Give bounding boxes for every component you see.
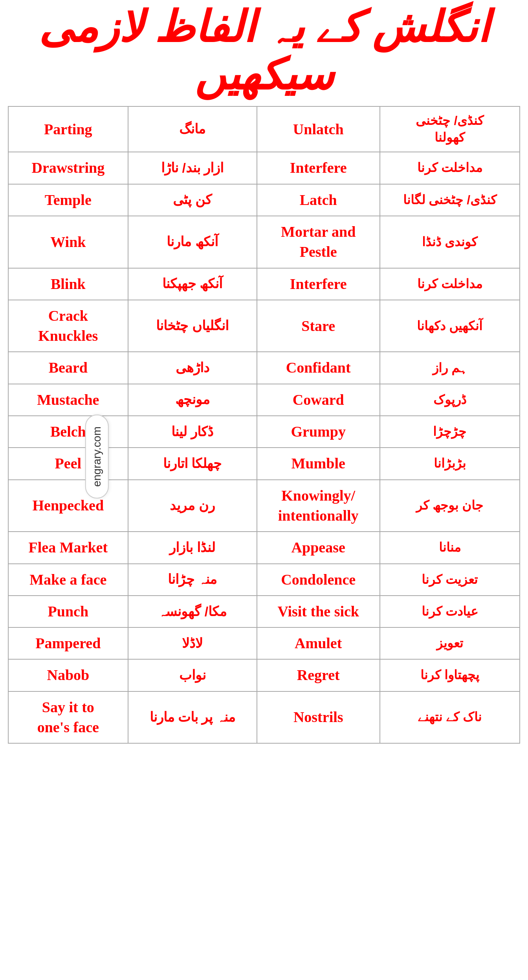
right-english: Mortar and Pestle: [257, 216, 380, 268]
left-english: Henpecked: [8, 480, 128, 532]
table-row: Templeکن پٹیLatchکنڈی/ چٹخنی لگانا: [8, 184, 520, 216]
right-english: Visit the sick: [257, 596, 380, 627]
left-urdu: داڑھی: [128, 352, 257, 384]
left-english: Say it to one's face: [8, 691, 128, 744]
table-row: Make a faceمنہ چڑاناCondolenceتعزیت کرنا: [8, 564, 520, 596]
table-row: Crack Knucklesانگلیاں چٹخاناStareآنکھیں …: [8, 300, 520, 352]
left-english: Beard: [8, 352, 128, 384]
table-row: Flea Marketلنڈا بازارAppeaseمنانا: [8, 532, 520, 563]
left-english: Crack Knuckles: [8, 300, 128, 352]
left-urdu: مونچھ: [128, 384, 257, 416]
left-urdu: انگلیاں چٹخانا: [128, 300, 257, 352]
left-urdu: لاڈلا: [128, 627, 257, 659]
left-urdu: مانگ: [128, 106, 257, 152]
right-english: Mumble: [257, 448, 380, 479]
left-english: Make a face: [8, 564, 128, 596]
right-urdu: تعویز: [380, 627, 520, 659]
left-english: Peel: [8, 448, 128, 479]
left-english: Belch: [8, 416, 128, 448]
right-english: Interfere: [257, 268, 380, 300]
right-english: Stare: [257, 300, 380, 352]
watermark: engrary.com: [85, 415, 109, 499]
left-english: Drawstring: [8, 152, 128, 184]
right-urdu: کنڈی/ چٹخنی لگانا: [380, 184, 520, 216]
right-urdu: آنکھیں دکھانا: [380, 300, 520, 352]
page: انگلش کے یہ الفاظ لازمی سیکھیں engrary.c…: [0, 0, 528, 755]
table-row: PamperedلاڈلاAmuletتعویز: [8, 627, 520, 659]
right-english: Condolence: [257, 564, 380, 596]
left-urdu: منہ چڑانا: [128, 564, 257, 596]
right-urdu: بڑبڑانا: [380, 448, 520, 479]
left-urdu: ازار بند/ ناڑا: [128, 152, 257, 184]
right-english: Regret: [257, 659, 380, 691]
table-row: Drawstringازار بند/ ناڑاInterfereمداخلت …: [8, 152, 520, 184]
left-english: Parting: [8, 106, 128, 152]
left-urdu: رن مرید: [128, 480, 257, 532]
table-row: MustacheمونچھCowardڈرپوک: [8, 384, 520, 416]
vocabulary-table: PartingمانگUnlatchکنڈی/ چٹخنی کھولناDraw…: [8, 106, 520, 744]
right-english: Amulet: [257, 627, 380, 659]
left-english: Pampered: [8, 627, 128, 659]
right-urdu: جان بوجھ کر: [380, 480, 520, 532]
right-english: Coward: [257, 384, 380, 416]
right-urdu: چڑچڑا: [380, 416, 520, 448]
right-urdu: کنڈی/ چٹخنی کھولنا: [380, 106, 520, 152]
left-english: Blink: [8, 268, 128, 300]
right-english: Confidant: [257, 352, 380, 384]
right-urdu: عیادت کرنا: [380, 596, 520, 627]
right-urdu: منانا: [380, 532, 520, 563]
left-urdu: چھلکا اتارنا: [128, 448, 257, 479]
left-urdu: نواب: [128, 659, 257, 691]
table-row: BeardداڑھیConfidantہم راز: [8, 352, 520, 384]
right-english: Nostrils: [257, 691, 380, 744]
table-row: Punchمکا/ گھونسہVisit the sickعیادت کرنا: [8, 596, 520, 627]
left-english: Wink: [8, 216, 128, 268]
right-english: Interfere: [257, 152, 380, 184]
table-row: Say it to one's faceمنہ پر بات مارناNost…: [8, 691, 520, 744]
left-urdu: ڈکار لینا: [128, 416, 257, 448]
right-english: Grumpy: [257, 416, 380, 448]
right-urdu: پچھتاوا کرنا: [380, 659, 520, 691]
left-urdu: منہ پر بات مارنا: [128, 691, 257, 744]
right-urdu: مداخلت کرنا: [380, 268, 520, 300]
right-english: Latch: [257, 184, 380, 216]
left-urdu: کن پٹی: [128, 184, 257, 216]
right-urdu: ناک کے نتھنے: [380, 691, 520, 744]
left-urdu: مکا/ گھونسہ: [128, 596, 257, 627]
table-row: PartingمانگUnlatchکنڈی/ چٹخنی کھولنا: [8, 106, 520, 152]
left-urdu: آنکھ جھپکنا: [128, 268, 257, 300]
left-urdu: لنڈا بازار: [128, 532, 257, 563]
left-english: Flea Market: [8, 532, 128, 563]
left-english: Nabob: [8, 659, 128, 691]
right-urdu: مداخلت کرنا: [380, 152, 520, 184]
left-english: Temple: [8, 184, 128, 216]
table-row: Blinkآنکھ جھپکناInterfereمداخلت کرنا: [8, 268, 520, 300]
right-english: Appease: [257, 532, 380, 563]
right-urdu: ڈرپوک: [380, 384, 520, 416]
right-urdu: تعزیت کرنا: [380, 564, 520, 596]
table-row: NabobنوابRegretپچھتاوا کرنا: [8, 659, 520, 691]
right-urdu: ہم راز: [380, 352, 520, 384]
left-urdu: آنکھ مارنا: [128, 216, 257, 268]
right-urdu: کوندی ڈنڈا: [380, 216, 520, 268]
table-container: engrary.com PartingمانگUnlatchکنڈی/ چٹخن…: [8, 106, 520, 744]
right-english: Knowingly/ intentionally: [257, 480, 380, 532]
page-title: انگلش کے یہ الفاظ لازمی سیکھیں: [8, 4, 520, 99]
table-row: Winkآنکھ مارناMortar and Pestleکوندی ڈنڈ…: [8, 216, 520, 268]
right-english: Unlatch: [257, 106, 380, 152]
left-english: Punch: [8, 596, 128, 627]
left-english: Mustache: [8, 384, 128, 416]
